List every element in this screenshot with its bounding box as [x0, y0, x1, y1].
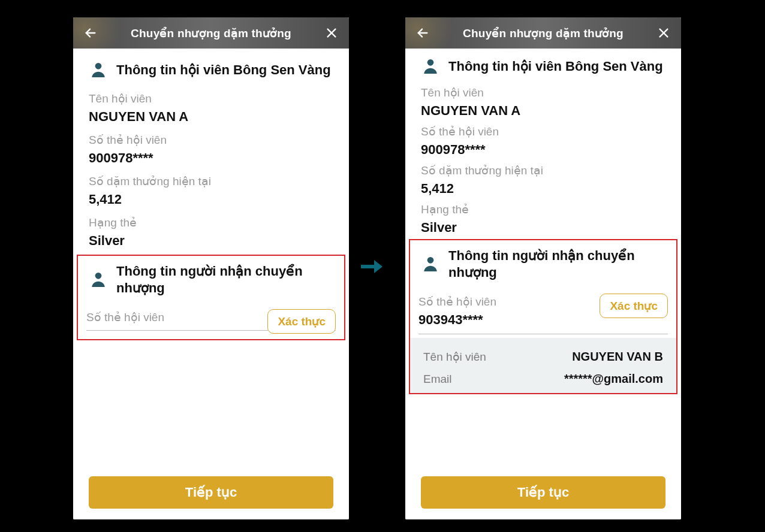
member-miles-value: 5,412	[421, 181, 665, 197]
close-icon	[325, 26, 338, 40]
member-card-value: 900978****	[421, 142, 665, 158]
footer-right: Tiếp tục	[405, 466, 681, 519]
member-name-label: Tên hội viên	[89, 92, 333, 105]
svg-point-10	[427, 59, 434, 66]
recipient-email-row: Email ******@gmail.com	[421, 364, 665, 386]
verify-button[interactable]: Xác thực	[600, 294, 668, 318]
member-name-field: Tên hội viên NGUYEN VAN A	[73, 83, 349, 125]
recipient-section-title: Thông tin người nhận chuyển nhượng	[448, 247, 664, 280]
member-tier-field: Hạng thẻ Silver	[73, 207, 349, 249]
recipient-highlight-box-right: Thông tin người nhận chuyển nhượng Số th…	[409, 239, 677, 394]
recipient-name-label: Tên hội viên	[423, 350, 486, 364]
flow-arrow-icon	[360, 258, 384, 278]
member-section-head: Thông tin hội viên Bông Sen Vàng	[73, 49, 349, 83]
member-card-field: Số thẻ hội viên 900978****	[405, 119, 681, 158]
member-section-head: Thông tin hội viên Bông Sen Vàng	[405, 49, 681, 80]
close-button[interactable]	[655, 24, 673, 42]
screen-left: Chuyển nhượng dặm thưởng Thông tin hội v…	[73, 17, 349, 519]
svg-point-11	[427, 257, 434, 264]
member-miles-field: Số dặm thưởng hiện tại 5,412	[405, 158, 681, 197]
app-header: Chuyển nhượng dặm thưởng	[405, 17, 681, 49]
person-icon	[421, 255, 440, 274]
member-section-title: Thông tin hội viên Bông Sen Vàng	[448, 58, 663, 75]
recipient-card-row: Số thẻ hội viên Xác thực	[86, 300, 336, 331]
svg-rect-5	[361, 265, 375, 268]
member-tier-label: Hạng thẻ	[89, 216, 333, 229]
continue-button[interactable]: Tiếp tục	[89, 476, 333, 509]
member-miles-value: 5,412	[89, 192, 333, 207]
app-header: Chuyển nhượng dặm thưởng	[73, 17, 349, 49]
screen-right: Chuyển nhượng dặm thưởng Thông tin hội v…	[405, 17, 681, 519]
recipient-highlight-box-left: Thông tin người nhận chuyển nhượng Số th…	[77, 255, 345, 340]
arrow-left-icon	[84, 26, 97, 40]
member-card-label: Số thẻ hội viên	[421, 125, 665, 138]
arrow-left-icon	[416, 26, 429, 40]
recipient-card-row: Số thẻ hội viên 903943**** Xác thực	[418, 284, 668, 334]
member-name-label: Tên hội viên	[421, 86, 665, 99]
svg-point-4	[95, 273, 102, 279]
member-card-value: 900978****	[89, 150, 333, 166]
member-tier-value: Silver	[421, 220, 665, 235]
close-icon	[657, 26, 670, 40]
member-section-title: Thông tin hội viên Bông Sen Vàng	[116, 62, 331, 78]
member-miles-label: Số dặm thưởng hiện tại	[89, 174, 333, 188]
input-underline	[418, 334, 668, 334]
person-icon	[421, 57, 440, 76]
member-tier-value: Silver	[89, 233, 333, 249]
recipient-email-label: Email	[423, 373, 452, 386]
member-miles-label: Số dặm thưởng hiện tại	[421, 164, 665, 177]
member-tier-field: Hạng thẻ Silver	[405, 197, 681, 235]
back-button[interactable]	[82, 24, 100, 42]
member-card-label: Số thẻ hội viên	[89, 133, 333, 147]
header-title: Chuyển nhượng dặm thưởng	[100, 26, 323, 40]
recipient-section-head: Thông tin người nhận chuyển nhượng	[418, 244, 668, 284]
verify-button[interactable]: Xác thực	[267, 309, 336, 334]
svg-point-3	[95, 63, 102, 69]
member-tier-label: Hạng thẻ	[421, 202, 665, 216]
close-button[interactable]	[323, 24, 341, 42]
content-left: Thông tin hội viên Bông Sen Vàng Tên hội…	[73, 49, 349, 340]
person-icon	[89, 61, 108, 80]
recipient-name-value: NGUYEN VAN B	[572, 350, 663, 364]
member-name-field: Tên hội viên NGUYEN VAN A	[405, 80, 681, 119]
content-right: Thông tin hội viên Bông Sen Vàng Tên hội…	[405, 49, 681, 394]
member-name-value: NGUYEN VAN A	[421, 103, 665, 119]
recipient-name-row: Tên hội viên NGUYEN VAN B	[421, 341, 665, 364]
footer-left: Tiếp tục	[73, 466, 349, 519]
person-icon	[89, 270, 108, 289]
continue-button[interactable]: Tiếp tục	[421, 476, 665, 509]
svg-marker-6	[374, 260, 382, 273]
recipient-details-panel: Tên hội viên NGUYEN VAN B Email ******@g…	[410, 338, 676, 393]
recipient-email-value: ******@gmail.com	[564, 372, 663, 386]
member-name-value: NGUYEN VAN A	[89, 109, 333, 125]
recipient-section-head: Thông tin người nhận chuyển nhượng	[86, 259, 336, 300]
member-miles-field: Số dặm thưởng hiện tại 5,412	[73, 166, 349, 207]
member-card-field: Số thẻ hội viên 900978****	[73, 125, 349, 166]
recipient-section-title: Thông tin người nhận chuyển nhượng	[116, 263, 332, 296]
back-button[interactable]	[414, 24, 432, 42]
header-title: Chuyển nhượng dặm thưởng	[432, 26, 655, 40]
